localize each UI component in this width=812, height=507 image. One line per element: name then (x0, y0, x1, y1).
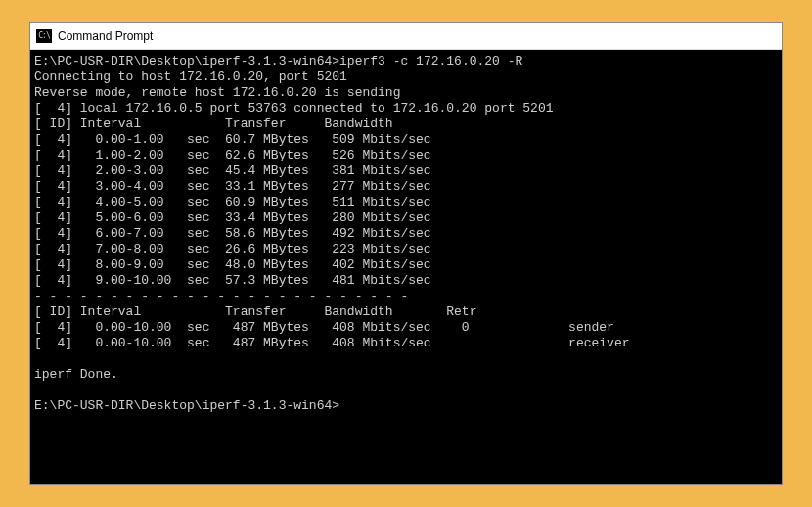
data-row: [ 4] 7.00-8.00 sec 26.6 MBytes 223 Mbits… (34, 242, 431, 256)
terminal-icon: C:\ (36, 29, 52, 43)
data-row: [ 4] 6.00-7.00 sec 58.6 MBytes 492 Mbits… (34, 226, 431, 241)
data-row: [ 4] 5.00-6.00 sec 33.4 MBytes 280 Mbits… (34, 210, 431, 225)
reverse-line: Reverse mode, remote host 172.16.0.20 is… (34, 85, 400, 100)
data-row: [ 4] 4.00-5.00 sec 60.9 MBytes 511 Mbits… (34, 195, 431, 209)
summary-row: [ 4] 0.00-10.00 sec 487 MBytes 408 Mbits… (34, 336, 630, 350)
prompt-line: E:\PC-USR-DIR\Desktop\iperf-3.1.3-win64> (34, 398, 339, 413)
header-line: [ ID] Interval Transfer Bandwidth Retr (34, 304, 476, 319)
summary-row: [ 4] 0.00-10.00 sec 487 MBytes 408 Mbits… (34, 320, 614, 335)
window-title: Command Prompt (58, 29, 153, 43)
data-row: [ 4] 1.00-2.00 sec 62.6 MBytes 526 Mbits… (34, 148, 431, 162)
data-row: [ 4] 3.00-4.00 sec 33.1 MBytes 277 Mbits… (34, 179, 431, 194)
connecting-line: Connecting to host 172.16.0.20, port 520… (34, 69, 347, 84)
command-prompt-window: C:\ Command Prompt E:\PC-USR-DIR\Desktop… (29, 22, 783, 485)
done-line: iperf Done. (34, 367, 118, 382)
terminal-output[interactable]: E:\PC-USR-DIR\Desktop\iperf-3.1.3-win64>… (30, 50, 782, 484)
divider-line: - - - - - - - - - - - - - - - - - - - - … (34, 289, 408, 303)
local-line: [ 4] local 172.16.0.5 port 53763 connect… (34, 101, 554, 115)
data-row: [ 4] 9.00-10.00 sec 57.3 MBytes 481 Mbit… (34, 273, 431, 288)
data-row: [ 4] 2.00-3.00 sec 45.4 MBytes 381 Mbits… (34, 163, 431, 178)
data-row: [ 4] 0.00-1.00 sec 60.7 MBytes 509 Mbits… (34, 132, 431, 147)
prompt-line: E:\PC-USR-DIR\Desktop\iperf-3.1.3-win64>… (34, 54, 522, 69)
titlebar[interactable]: C:\ Command Prompt (30, 23, 782, 50)
data-row: [ 4] 8.00-9.00 sec 48.0 MBytes 402 Mbits… (34, 257, 431, 272)
header-line: [ ID] Interval Transfer Bandwidth (34, 116, 393, 131)
